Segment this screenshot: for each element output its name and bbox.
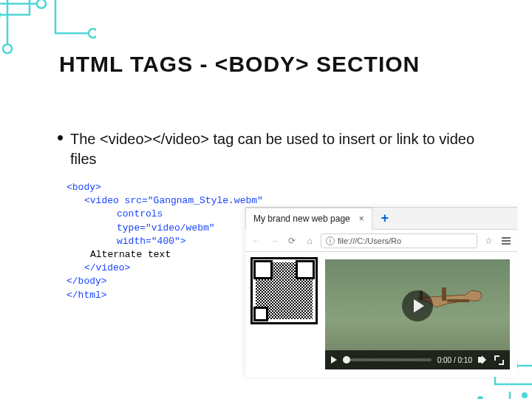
video-element[interactable]: 0:00 / 0:10 [325, 259, 510, 369]
svg-point-8 [477, 396, 483, 399]
svg-rect-9 [442, 287, 446, 301]
code-line: src="Gangnam_Style.webm" [125, 195, 263, 206]
code-line: <body> [66, 182, 101, 193]
code-line: </html> [66, 290, 107, 301]
svg-rect-10 [447, 299, 469, 302]
code-block: <body> <video src="Gangnam_Style.webm" c… [66, 181, 263, 302]
code-line: </body> [66, 276, 107, 287]
reload-button[interactable]: ⟳ [285, 236, 299, 246]
site-info-icon[interactable]: i [326, 236, 335, 245]
svg-point-2 [3, 44, 12, 53]
page-viewport: 0:00 / 0:10 [245, 252, 517, 377]
seek-slider[interactable] [343, 358, 432, 361]
new-tab-button[interactable]: + [375, 209, 395, 228]
time-display: 0:00 / 0:10 [437, 356, 472, 364]
code-line: <video [84, 195, 125, 206]
svg-point-1 [89, 29, 96, 38]
video-controls: 0:00 / 0:10 [325, 350, 510, 369]
svg-point-3 [37, 0, 46, 8]
forward-button[interactable]: → [267, 236, 281, 246]
address-bar: ← → ⟳ ⌂ i file:///C:/Users/Ro ☆ [245, 230, 517, 252]
bookmark-button[interactable]: ☆ [482, 236, 495, 246]
fullscreen-icon[interactable] [494, 355, 504, 365]
url-input[interactable]: i file:///C:/Users/Ro [321, 233, 477, 248]
play-icon[interactable] [331, 356, 337, 364]
slide-bullet: The <video></video> tag can be used to i… [70, 129, 484, 169]
play-button[interactable] [402, 290, 433, 321]
tab-title: My brand new web page [253, 214, 350, 224]
url-text: file:///C:/Users/Ro [338, 236, 401, 245]
qr-code-image [253, 259, 316, 322]
code-line: Alternate text [90, 249, 171, 260]
home-button[interactable]: ⌂ [303, 236, 316, 246]
close-icon[interactable]: × [359, 214, 364, 224]
browser-tab[interactable]: My brand new web page × [245, 208, 372, 230]
code-line: width="400"> [117, 236, 186, 247]
svg-point-7 [522, 392, 528, 398]
browser-window: My brand new web page × + ← → ⟳ ⌂ i file… [245, 207, 517, 377]
back-button[interactable]: ← [250, 236, 263, 246]
code-line: controls [117, 208, 163, 219]
seek-thumb[interactable] [343, 356, 350, 364]
tab-strip: My brand new web page × + [245, 208, 517, 230]
menu-icon[interactable] [499, 237, 513, 245]
volume-icon[interactable] [478, 355, 488, 364]
code-line: type="video/webm" [117, 222, 215, 233]
code-line: </video> [84, 262, 130, 273]
slide-title: HTML TAGS - <BODY> SECTION [59, 52, 420, 77]
